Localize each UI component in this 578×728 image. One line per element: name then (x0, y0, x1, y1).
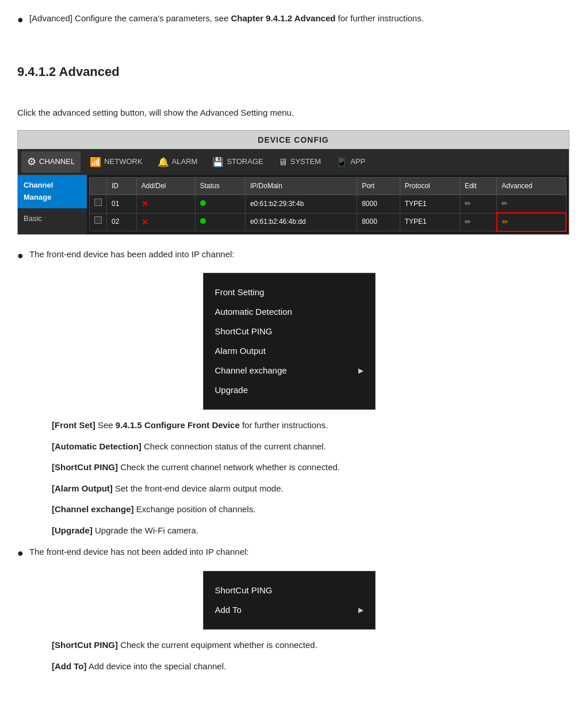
menu-item-alarm-output[interactable]: Alarm Output (215, 341, 363, 361)
desc-label-front-set: [Front Set] (52, 420, 95, 430)
config-body: Channel Manage Basic ID Add/Del Status I… (18, 175, 569, 234)
row1-status-indicator (200, 200, 206, 206)
device-config-title: DEVICE CONFIG (18, 131, 569, 149)
app-icon: 📱 (336, 155, 347, 170)
table-row: 01 ✕ e0:61:b2:29:3f:4b 8000 TYPE1 ✏ ✏ (90, 195, 566, 213)
col-ip: IP/DoMain (245, 178, 357, 195)
storage-icon: 💾 (212, 155, 224, 170)
col-status: Status (195, 178, 245, 195)
desc-label-exchange: [Channel exchange] (52, 504, 134, 514)
row2-adddel: ✕ (136, 213, 195, 231)
nav-item-network[interactable]: 📶 NETWORK (84, 153, 148, 172)
config-sidebar: Channel Manage Basic (18, 175, 87, 234)
row2-status (195, 213, 245, 231)
device-config-panel: DEVICE CONFIG ⚙ CHANNEL 📶 NETWORK 🔔 ALAR… (17, 130, 569, 235)
menu-item-auto-detection[interactable]: Automatic Detection (215, 302, 363, 322)
col-checkbox (90, 178, 107, 195)
context-menu-1: Front Setting Automatic Detection ShortC… (203, 273, 376, 410)
row1-protocol: TYPE1 (400, 195, 460, 213)
arrow-icon-add-to: ▶ (358, 605, 363, 616)
desc-label-alarm: [Alarm Output] (52, 483, 113, 493)
system-icon: 🖥 (278, 155, 288, 170)
row1-port: 8000 (357, 195, 400, 213)
bullet-dot-2: ● (17, 247, 24, 264)
nav-item-alarm[interactable]: 🔔 ALARM (152, 153, 204, 172)
row1-checkbox[interactable] (94, 199, 102, 206)
intro-text: [Advanced] Configure the camera's parame… (29, 12, 424, 25)
col-id: ID (107, 178, 137, 195)
col-protocol: Protocol (400, 178, 460, 195)
desc2-label-add-to: [Add To] (52, 661, 87, 671)
device-config-nav: ⚙ CHANNEL 📶 NETWORK 🔔 ALARM 💾 STORAGE 🖥 … (18, 149, 569, 175)
row1-advanced[interactable]: ✏ (497, 195, 566, 213)
nav-item-app[interactable]: 📱 APP (330, 153, 371, 172)
section-heading: 9.4.1.2 Advanced (17, 62, 561, 82)
menu-item-channel-exchange[interactable]: Channel exchange ▶ (215, 361, 363, 380)
desc2-label-shortcut: [ShortCut PING] (52, 640, 118, 650)
menu2-item-add-to[interactable]: Add To ▶ (215, 600, 363, 620)
menu-item-upgrade[interactable]: Upgrade (215, 380, 363, 400)
bullet-added-item: ● The front-end device has been added in… (17, 247, 561, 264)
desc-front-set: [Front Set] See 9.4.1.5 Configure Front … (52, 419, 561, 432)
nav-item-channel[interactable]: ⚙ CHANNEL (21, 151, 81, 173)
intro-bullet-item: ● [Advanced] Configure the camera's para… (17, 12, 561, 28)
menu2-item-shortcut-ping[interactable]: ShortCut PING (215, 581, 363, 600)
col-port: Port (357, 178, 400, 195)
bullet-dot-3: ● (17, 545, 24, 562)
table-row: 02 ✕ e0:61:b2:46:4b:dd 8000 TYPE1 ✏ ✏ (90, 213, 566, 231)
table-header-row: ID Add/Del Status IP/DoMain Port Protoco… (90, 178, 566, 195)
bullet-not-added-item: ● The front-end device has not been adde… (17, 545, 561, 562)
row2-advanced[interactable]: ✏ (497, 213, 566, 231)
nav-item-storage[interactable]: 💾 STORAGE (206, 153, 269, 172)
alarm-icon: 🔔 (158, 155, 169, 170)
config-table-area: ID Add/Del Status IP/DoMain Port Protoco… (87, 175, 569, 234)
row1-id: 01 (107, 195, 137, 213)
desc-upgrade: [Upgrade] Upgrade the Wi-Fi camera. (52, 524, 561, 538)
bullet-added-text: The front-end device has been added into… (29, 247, 235, 261)
arrow-icon-channel-exchange: ▶ (358, 365, 363, 376)
row1-edit[interactable]: ✏ (460, 195, 496, 213)
bullet-not-added-text: The front-end device has not been added … (29, 545, 249, 559)
row1-status (195, 195, 245, 213)
network-icon: 📶 (90, 155, 101, 170)
menu-item-shortcut-ping[interactable]: ShortCut PING (215, 322, 363, 341)
desc2-add-to: [Add To] Add device into the special cha… (52, 660, 561, 673)
channel-icon: ⚙ (27, 154, 36, 170)
desc2-shortcut-ping: [ShortCut PING] Check the current equipm… (52, 639, 561, 652)
context-menu-2: ShortCut PING Add To ▶ (203, 571, 376, 630)
row2-checkbox[interactable] (94, 216, 102, 224)
desc-label-upgrade: [Upgrade] (52, 525, 93, 535)
channel-table: ID Add/Del Status IP/DoMain Port Protoco… (89, 177, 566, 231)
desc-auto-detection: [Automatic Detection] Check connection s… (52, 440, 561, 453)
menu-item-front-setting[interactable]: Front Setting (215, 283, 363, 302)
desc-channel-exchange: [Channel exchange] Exchange position of … (52, 503, 561, 516)
desc-label-auto: [Automatic Detection] (52, 441, 141, 451)
col-edit: Edit (460, 178, 496, 195)
desc-shortcut-ping: [ShortCut PING] Check the current channe… (52, 461, 561, 474)
bullet-dot: ● (17, 12, 24, 28)
desc-label-shortcut: [ShortCut PING] (52, 462, 118, 472)
row1-ip: e0:61:b2:29:3f:4b (245, 195, 357, 213)
row2-protocol: TYPE1 (400, 213, 460, 231)
row1-checkbox-cell (90, 195, 107, 213)
col-adddel: Add/Del (136, 178, 195, 195)
desc-alarm-output: [Alarm Output] Set the front-end device … (52, 482, 561, 496)
sidebar-basic[interactable]: Basic (18, 208, 87, 230)
section-intro: Click the advanced setting button, will … (17, 106, 561, 120)
col-advanced: Advanced (497, 178, 566, 195)
sidebar-channel-manage[interactable]: Channel Manage (18, 175, 87, 208)
row2-edit[interactable]: ✏ (460, 213, 496, 231)
nav-item-system[interactable]: 🖥 SYSTEM (273, 153, 327, 172)
row2-id: 02 (107, 213, 137, 231)
row2-ip: e0:61:b2:46:4b:dd (245, 213, 357, 231)
row1-adddel: ✕ (136, 195, 195, 213)
row2-port: 8000 (357, 213, 400, 231)
row2-checkbox-cell (90, 213, 107, 231)
row2-status-indicator (200, 218, 206, 224)
